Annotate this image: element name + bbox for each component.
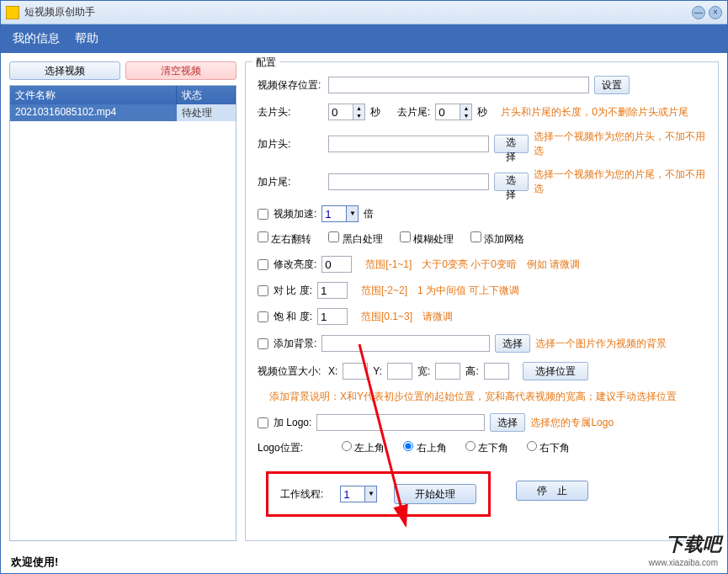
bg-checkbox[interactable]	[258, 338, 268, 349]
pos-label: 视频位置大小:	[258, 364, 323, 379]
app-title: 短视频原创助手	[24, 5, 688, 19]
select-logo-button[interactable]: 选择	[490, 413, 525, 432]
clear-video-button[interactable]: 清空视频	[125, 61, 236, 80]
save-path-label: 视频保存位置:	[258, 78, 323, 93]
flip-checkbox[interactable]	[258, 231, 268, 242]
status-bar: 欢迎使用!	[1, 550, 727, 573]
saturation-hint: 范围[0.1~3] 请微调	[361, 310, 453, 324]
grid-label: 添加网格	[484, 233, 524, 245]
contrast-label: 对 比 度:	[274, 284, 312, 298]
column-header-filename: 文件名称	[10, 86, 177, 104]
radio-bottom-right[interactable]	[527, 441, 537, 451]
pos-tl-label: 左上角	[354, 442, 385, 454]
config-panel: 配置 视频保存位置: 设置 去片头: ▲▼ 秒 去片尾: ▲▼ 秒 片头和片尾的…	[245, 61, 719, 541]
speed-label: 视频加速:	[274, 207, 316, 221]
x-label: X:	[328, 365, 337, 377]
column-header-status: 状态	[177, 86, 236, 104]
watermark-text: 下载吧	[666, 532, 721, 557]
bw-label: 黑白处理	[343, 233, 383, 245]
bw-checkbox[interactable]	[328, 231, 339, 242]
grid-checkbox[interactable]	[470, 231, 481, 242]
add-head-hint: 选择一个视频作为您的片头，不加不用选	[534, 130, 707, 158]
chevron-down-icon[interactable]: ▼	[353, 112, 364, 120]
bg-label: 添加背景:	[274, 337, 316, 351]
start-process-button[interactable]: 开始处理	[394, 484, 476, 504]
h-label: 高:	[465, 364, 478, 379]
saturation-checkbox[interactable]	[258, 311, 268, 322]
seconds-label: 秒	[370, 105, 380, 120]
radio-bottom-left[interactable]	[465, 441, 476, 451]
left-panel: 选择视频 清空视频 文件名称 状态 20210316085102.mp4 待处理	[9, 61, 236, 541]
add-tail-input[interactable]	[328, 173, 489, 190]
add-tail-label: 加片尾:	[258, 175, 323, 189]
brightness-label: 修改亮度:	[274, 258, 316, 272]
watermark-url: www.xiazaiba.com	[649, 558, 718, 567]
y-label: Y:	[373, 365, 382, 377]
add-head-input[interactable]	[328, 136, 489, 152]
bg-input[interactable]	[321, 335, 490, 352]
blur-label: 模糊处理	[413, 233, 454, 245]
x-input[interactable]	[343, 363, 368, 380]
contrast-checkbox[interactable]	[258, 285, 268, 296]
logo-input[interactable]	[316, 414, 485, 431]
chevron-down-icon[interactable]: ▼	[364, 486, 376, 502]
minimize-button[interactable]: —	[692, 6, 705, 19]
save-path-input[interactable]	[328, 77, 589, 93]
h-input[interactable]	[484, 363, 509, 380]
speed-dropdown[interactable]: ▼	[321, 205, 359, 222]
file-status-cell: 待处理	[177, 104, 236, 121]
chevron-up-icon[interactable]: ▲	[460, 104, 471, 112]
chevron-down-icon[interactable]: ▼	[460, 112, 471, 120]
select-tail-button[interactable]: 选择	[494, 173, 529, 191]
brightness-checkbox[interactable]	[258, 259, 268, 270]
y-input[interactable]	[387, 363, 412, 380]
logo-checkbox[interactable]	[258, 417, 268, 428]
contrast-hint: 范围[-2~2] 1 为中间值 可上下微调	[361, 284, 519, 298]
w-label: 宽:	[417, 364, 430, 379]
menu-help[interactable]: 帮助	[75, 31, 98, 46]
select-head-button[interactable]: 选择	[494, 135, 529, 153]
brightness-input[interactable]	[321, 256, 352, 273]
action-highlight-box: 工作线程: ▼ 开始处理	[266, 471, 491, 517]
config-title: 配置	[252, 56, 279, 70]
contrast-input[interactable]	[317, 282, 348, 299]
add-head-label: 加片头:	[258, 137, 323, 151]
seconds-label: 秒	[477, 105, 487, 120]
trim-head-label: 去片头:	[258, 105, 323, 120]
radio-top-left[interactable]	[342, 441, 352, 451]
add-tail-hint: 选择一个视频作为您的片尾，不加不用选	[534, 167, 707, 196]
trim-tail-label: 去片尾:	[397, 105, 430, 120]
saturation-label: 饱 和 度:	[274, 310, 312, 324]
saturation-input[interactable]	[317, 308, 348, 325]
bg-hint: 选择一个图片作为视频的背景	[535, 337, 667, 351]
pos-br-label: 右下角	[539, 442, 570, 454]
trim-head-spinner[interactable]: ▲▼	[328, 104, 365, 120]
threads-dropdown[interactable]: ▼	[340, 486, 377, 502]
close-button[interactable]: ×	[709, 6, 722, 19]
w-input[interactable]	[435, 363, 460, 380]
select-bg-button[interactable]: 选择	[495, 334, 530, 353]
brightness-hint: 范围[-1~1] 大于0变亮 小于0变暗 例如 请微调	[365, 258, 580, 272]
chevron-down-icon[interactable]: ▼	[346, 206, 358, 221]
select-position-button[interactable]: 选择位置	[523, 362, 588, 380]
menu-my-info[interactable]: 我的信息	[13, 31, 60, 46]
stop-button[interactable]: 停 止	[516, 481, 588, 501]
titlebar: 短视频原创助手 — ×	[1, 1, 727, 24]
trim-tail-spinner[interactable]: ▲▼	[435, 104, 472, 120]
radio-top-right[interactable]	[403, 441, 413, 451]
speed-checkbox[interactable]	[258, 209, 268, 220]
chevron-up-icon[interactable]: ▲	[353, 104, 364, 112]
logo-hint: 选择您的专属Logo	[530, 416, 614, 430]
blur-checkbox[interactable]	[400, 231, 411, 242]
app-icon	[6, 6, 19, 19]
table-row[interactable]: 20210316085102.mp4 待处理	[10, 104, 236, 121]
pos-hint: 添加背景说明：X和Y代表初步位置的起始位置，宽和高代表视频的宽高；建议手动选择位…	[269, 390, 677, 404]
speed-unit: 倍	[364, 207, 374, 221]
pos-tr-label: 右上角	[417, 442, 447, 454]
file-table: 文件名称 状态 20210316085102.mp4 待处理	[9, 85, 236, 541]
logo-pos-label: Logo位置:	[258, 441, 323, 455]
pos-bl-label: 左下角	[478, 442, 508, 454]
set-path-button[interactable]: 设置	[594, 76, 630, 94]
select-video-button[interactable]: 选择视频	[9, 61, 120, 80]
flip-label: 左右翻转	[271, 233, 311, 245]
